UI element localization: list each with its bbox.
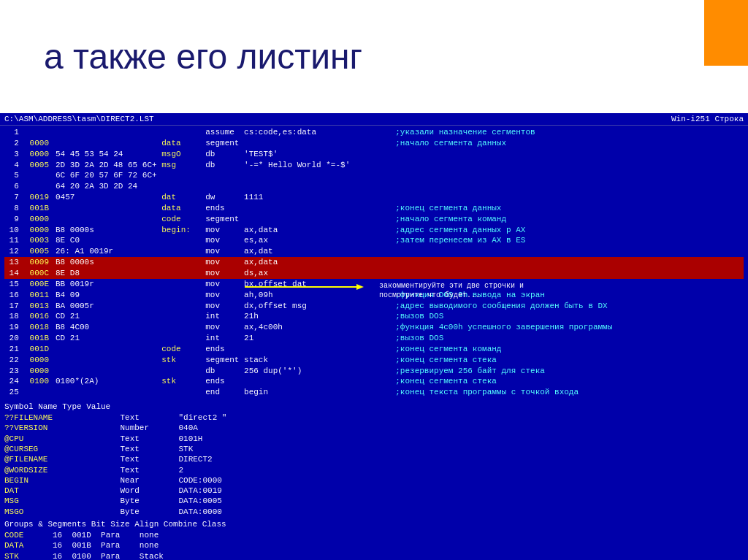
line-hex (56, 366, 161, 377)
terminal-info: Win-i251 Строка (671, 115, 744, 123)
line-comment: ;функция 4c00h успешного завершения прог… (395, 322, 612, 333)
terminal-window: C:\ASM\ADDRESS\tasm\DIRECT2.LST Win-i251… (0, 113, 748, 560)
line-hex: 8E C0 (56, 235, 161, 246)
code-line: 12 000526: A1 0019r mov ax,dat (4, 246, 744, 257)
line-comment: ;указали назначение сегментов (395, 127, 535, 138)
group-name: DATA (4, 540, 53, 551)
symbol-value: 0101H (178, 434, 202, 444)
line-number: 3 (4, 149, 25, 160)
code-line: 10 0000B8 0000s begin: mov ax,data ;адре… (4, 225, 744, 236)
line-label: data (161, 203, 205, 214)
symbol-value: 2 (178, 465, 183, 475)
line-instruction: segment (205, 214, 395, 225)
line-label (161, 366, 205, 377)
line-hex: 2D 3D 2A 2D 48 65 6C+ (56, 160, 161, 171)
line-hex: B8 0000s (56, 225, 161, 236)
line-address: 0009 (25, 257, 56, 268)
terminal-header: C:\ASM\ADDRESS\tasm\DIRECT2.LST Win-i251… (0, 113, 748, 126)
code-line: 13 0009B8 0000s mov ax,data (4, 257, 744, 268)
line-number: 9 (4, 214, 25, 225)
terminal-body: 1 assume cs:code,es:data ;указали назнач… (0, 126, 748, 399)
line-comment: ;адрес сегмента данных р AX (395, 225, 525, 236)
line-address: 0016 (25, 311, 56, 322)
symbol-type: Text (120, 413, 178, 423)
code-line: 9 0000 code segment ;начало сегмента ком… (4, 214, 744, 225)
line-hex: 54 45 53 54 24 (56, 149, 161, 160)
line-label: msg (161, 160, 205, 171)
line-address: 0005 (25, 160, 56, 171)
annotation-arrow (245, 280, 376, 294)
line-address (25, 170, 56, 181)
line-hex (56, 214, 161, 225)
symbol-name: DAT (4, 486, 120, 496)
line-comment: ;вызов DOS (395, 311, 443, 322)
symbol-section: Symbol Name Type Value??FILENAME Text "d… (0, 399, 748, 518)
line-number: 4 (4, 160, 25, 171)
line-number: 15 (4, 279, 25, 290)
symbol-row: MSGO Byte DATA:0000 (4, 507, 744, 517)
line-label (161, 246, 205, 257)
line-hex: 6C 6F 20 57 6F 72 6C+ (56, 170, 161, 181)
code-line: 22 0000 stk segment stack ;конец сегмент… (4, 355, 744, 366)
symbol-value: 040A (178, 423, 197, 433)
line-hex: 64 20 2A 3D 2D 24 (56, 181, 161, 192)
line-number: 1 (4, 127, 25, 138)
line-hex: 26: A1 0019r (56, 246, 161, 257)
code-line: 18 0016CD 21 int 21h ;вызов DOS (4, 311, 744, 322)
line-address: 0011 (25, 290, 56, 301)
line-label (161, 290, 205, 301)
symbol-name: @CURSEG (4, 444, 120, 454)
line-label (161, 311, 205, 322)
line-number: 17 (4, 301, 25, 312)
symbol-type: Text (120, 454, 178, 464)
line-hex (56, 344, 161, 355)
line-instruction: segment stack (205, 355, 395, 366)
line-label (161, 170, 205, 181)
group-name: STK (4, 551, 53, 560)
line-label: msgO (161, 149, 205, 160)
symbol-name: ??FILENAME (4, 413, 120, 423)
line-address: 0000 (25, 355, 56, 366)
line-comment: ;конец сегмента стека (395, 376, 497, 387)
groups-header: Groups & Segments Bit Size Align Combine… (4, 520, 744, 529)
line-label (161, 279, 205, 290)
line-hex: 0457 (56, 192, 161, 203)
line-comment: ;адрес выводимого сообщения должен быть … (395, 301, 607, 312)
line-number: 14 (4, 268, 25, 279)
line-address: 0000 (25, 366, 56, 377)
svg-marker-1 (356, 284, 364, 290)
line-label: stk (161, 355, 205, 366)
line-label: code (161, 214, 205, 225)
code-line: 17 0013BA 0005r mov dx,offset msg ;адрес… (4, 301, 744, 312)
line-label: dat (161, 192, 205, 203)
code-line: 7 00190457 dat dw 1111 (4, 192, 744, 203)
code-line: 25 end begin ;конец текста программы с т… (4, 387, 744, 398)
line-hex (56, 355, 161, 366)
line-comment: ;конец сегмента стека (395, 355, 497, 366)
line-hex: 8E D8 (56, 268, 161, 279)
symbol-type: Byte (120, 496, 178, 506)
line-comment: ;начало сегмента данных (395, 138, 506, 149)
line-address: 0019 (25, 192, 56, 203)
line-number: 19 (4, 322, 25, 333)
symbol-type: Number (120, 423, 178, 433)
symbol-value: CODE:0000 (178, 475, 221, 486)
line-address (25, 127, 56, 138)
line-number: 12 (4, 246, 25, 257)
line-comment: ;конец текста программы с точкой входа (395, 387, 579, 398)
line-number: 13 (4, 257, 25, 268)
line-address: 0003 (25, 235, 56, 246)
symbol-row: ??VERSION Number 040A (4, 423, 744, 433)
line-label (161, 268, 205, 279)
line-address: 0013 (25, 301, 56, 312)
line-instruction: db 'TEST$' (205, 149, 395, 160)
symbol-name: BEGIN (4, 475, 120, 486)
line-hex: B8 0000s (56, 257, 161, 268)
line-label (161, 333, 205, 344)
line-number: 11 (4, 235, 25, 246)
code-line: 2 0000 data segment ;начало сегмента дан… (4, 138, 744, 149)
line-address: 0100 (25, 376, 56, 387)
line-comment: ;начало сегмента команд (395, 214, 506, 225)
symbol-row: ??FILENAME Text "direct2 " (4, 413, 744, 423)
group-values: 16 001D Para none (53, 530, 159, 540)
